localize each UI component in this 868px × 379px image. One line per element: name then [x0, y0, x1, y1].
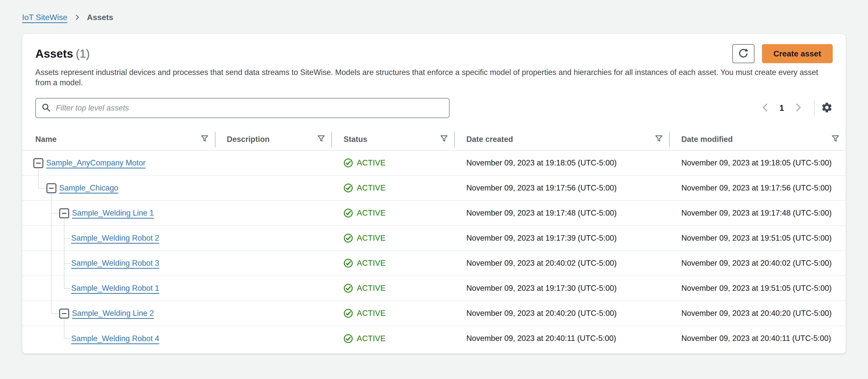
column-header-status: Status — [332, 129, 454, 150]
tree-connector-line — [52, 213, 59, 214]
description-cell — [215, 201, 332, 225]
name-cell: Sample_Welding Line 2 — [22, 301, 215, 326]
description-cell — [215, 176, 332, 200]
breadcrumb-current: Assets — [87, 13, 113, 22]
table-body: Sample_AnyCompany MotorACTIVENovember 09… — [22, 151, 846, 351]
status-badge: ACTIVE — [357, 158, 385, 167]
asset-link[interactable]: Sample_Welding Robot 2 — [71, 233, 159, 243]
table-row: Sample_Welding Line 1ACTIVENovember 09, … — [22, 201, 846, 226]
column-header-date-created: Date created — [454, 129, 669, 150]
description-cell — [215, 251, 332, 276]
tree-connector-line — [64, 326, 64, 339]
status-cell: ACTIVE — [332, 301, 454, 326]
table-row: Sample_Welding Robot 2ACTIVENovember 09,… — [22, 226, 846, 251]
pagination-next-button[interactable] — [789, 102, 807, 113]
filter-funnel-icon[interactable] — [655, 135, 663, 144]
check-circle-icon — [343, 334, 353, 343]
date-created-cell: November 09, 2023 at 19:17:39 (UTC-5:00) — [454, 226, 669, 250]
toolbar-divider — [814, 101, 815, 115]
status-cell: ACTIVE — [332, 326, 454, 351]
date-modified-cell: November 09, 2023 at 19:17:56 (UTC-5:00) — [669, 176, 846, 200]
tree-collapse-toggle[interactable] — [33, 158, 43, 168]
column-header-label: Name — [35, 135, 56, 144]
column-header-description: Description — [215, 129, 332, 150]
filter-input[interactable] — [55, 103, 443, 113]
filter-funnel-icon[interactable] — [201, 135, 208, 144]
search-icon — [41, 103, 51, 113]
asset-link[interactable]: Sample_Welding Robot 3 — [71, 259, 159, 268]
name-cell: Sample_Chicago — [22, 176, 215, 200]
status-badge: ACTIVE — [357, 259, 385, 268]
table-header-row: NameDescriptionStatusDate createdDate mo… — [22, 129, 846, 151]
description-cell — [215, 301, 332, 326]
tree-connector-line — [51, 194, 52, 201]
gear-icon — [821, 102, 833, 114]
filter-funnel-icon[interactable] — [440, 135, 448, 144]
tree-connector-line — [64, 219, 64, 226]
date-modified-cell: November 09, 2023 at 20:40:02 (UTC-5:00) — [669, 251, 846, 276]
status-cell: ACTIVE — [332, 201, 454, 225]
date-created-cell: November 09, 2023 at 19:17:56 (UTC-5:00) — [454, 176, 669, 200]
tree-connector-line — [51, 301, 52, 314]
table-row: Sample_ChicagoACTIVENovember 09, 2023 at… — [22, 176, 846, 201]
assets-table: NameDescriptionStatusDate createdDate mo… — [22, 129, 846, 351]
name-cell: Sample_Welding Robot 3 — [22, 251, 215, 276]
tree-connector-line — [51, 226, 52, 251]
tree-collapse-toggle[interactable] — [46, 183, 56, 193]
asset-link[interactable]: Sample_Welding Robot 1 — [71, 284, 159, 293]
date-modified-cell: November 09, 2023 at 20:40:11 (UTC-5:00) — [669, 326, 846, 351]
minus-icon — [49, 188, 54, 189]
page-title-text: Assets — [35, 47, 73, 60]
filter-funnel-icon[interactable] — [317, 135, 325, 144]
tree-connector-line — [52, 313, 59, 314]
date-created-cell: November 09, 2023 at 19:18:05 (UTC-5:00) — [454, 151, 669, 175]
status-badge: ACTIVE — [357, 209, 385, 218]
preferences-button[interactable] — [821, 102, 833, 114]
asset-link[interactable]: Sample_Welding Line 1 — [72, 209, 154, 218]
tree-connector-line — [64, 238, 70, 239]
column-header-label: Status — [343, 135, 367, 144]
tree-collapse-toggle[interactable] — [59, 208, 69, 218]
column-header-label: Date created — [466, 135, 513, 144]
filter-funnel-icon[interactable] — [832, 135, 839, 144]
pagination-prev-button[interactable] — [757, 102, 774, 113]
date-modified-cell: November 09, 2023 at 19:51:05 (UTC-5:00) — [669, 226, 846, 250]
filter-input-wrapper — [35, 98, 450, 118]
tree-connector-line — [64, 338, 70, 339]
pagination-current-page[interactable]: 1 — [774, 103, 789, 113]
tree-connector-line — [38, 169, 39, 176]
tree-connector-line — [39, 188, 46, 189]
tree-collapse-toggle[interactable] — [59, 309, 69, 319]
check-circle-icon — [343, 158, 353, 168]
description-cell — [215, 151, 332, 175]
tree-connector-line — [64, 288, 70, 289]
column-header-label: Date modified — [681, 135, 733, 144]
asset-link[interactable]: Sample_Welding Robot 4 — [71, 334, 159, 343]
create-asset-button[interactable]: Create asset — [762, 44, 833, 63]
asset-link[interactable]: Sample_Chicago — [59, 184, 118, 192]
column-header-name: Name — [22, 129, 215, 150]
name-cell: Sample_AnyCompany Motor — [22, 151, 215, 175]
date-modified-cell: November 09, 2023 at 19:18:05 (UTC-5:00) — [669, 151, 846, 175]
status-cell: ACTIVE — [332, 151, 454, 175]
status-cell: ACTIVE — [332, 176, 454, 200]
refresh-button[interactable] — [732, 44, 754, 63]
minus-icon — [62, 213, 66, 214]
date-modified-cell: November 09, 2023 at 19:51:05 (UTC-5:00) — [669, 276, 846, 301]
asset-link[interactable]: Sample_Welding Line 2 — [72, 309, 154, 318]
date-created-cell: November 09, 2023 at 19:17:48 (UTC-5:00) — [454, 201, 669, 225]
date-modified-cell: November 09, 2023 at 20:40:20 (UTC-5:00) — [669, 301, 846, 326]
date-created-cell: November 09, 2023 at 20:40:20 (UTC-5:00) — [454, 301, 669, 326]
asset-count: (1) — [76, 47, 90, 60]
check-circle-icon — [343, 183, 353, 193]
name-cell: Sample_Welding Line 1 — [22, 201, 215, 225]
breadcrumb-link-iot-sitewise[interactable]: IoT SiteWise — [22, 13, 67, 22]
asset-link[interactable]: Sample_AnyCompany Motor — [46, 158, 146, 167]
chevron-right-icon — [73, 13, 81, 21]
status-badge: ACTIVE — [357, 184, 385, 192]
date-modified-cell: November 09, 2023 at 19:17:48 (UTC-5:00) — [669, 201, 846, 225]
status-cell: ACTIVE — [332, 226, 454, 250]
table-row: Sample_Welding Robot 1ACTIVENovember 09,… — [22, 276, 846, 301]
check-circle-icon — [343, 258, 353, 268]
check-circle-icon — [343, 309, 353, 318]
